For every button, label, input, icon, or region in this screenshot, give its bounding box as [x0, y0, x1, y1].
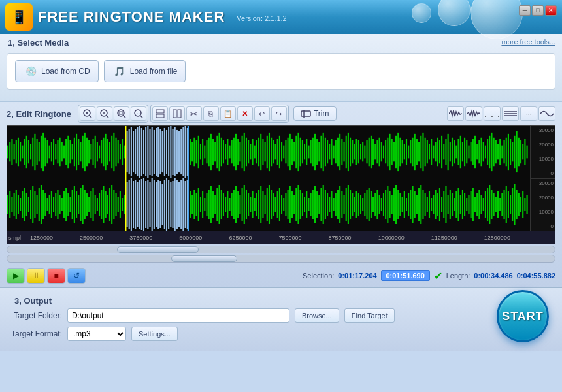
selection-end-input[interactable]	[381, 270, 430, 281]
svg-rect-427	[327, 193, 328, 216]
svg-rect-465	[406, 198, 407, 211]
delete-button[interactable]: ✕	[237, 106, 253, 121]
zoom-selection-button[interactable]	[114, 106, 129, 121]
svg-rect-193	[364, 146, 365, 159]
svg-rect-127	[227, 139, 228, 165]
browse-button[interactable]: Browse...	[295, 308, 339, 323]
zoom-fit-button[interactable]: ↔	[131, 106, 146, 121]
start-button[interactable]: START	[497, 290, 549, 342]
wave-view1-button[interactable]	[447, 106, 464, 121]
close-button[interactable]: ✕	[545, 5, 557, 16]
svg-rect-497	[472, 188, 474, 221]
svg-rect-416	[304, 197, 305, 212]
wave-view2-button[interactable]	[465, 106, 482, 121]
svg-line-12	[140, 116, 142, 118]
svg-rect-256	[495, 140, 497, 164]
zoom-out-button[interactable]	[97, 106, 112, 121]
restore-button[interactable]: □	[532, 5, 544, 16]
svg-rect-142	[258, 138, 259, 166]
svg-rect-486	[450, 190, 451, 219]
svg-rect-276	[11, 197, 12, 212]
svg-rect-325	[113, 190, 114, 219]
svg-rect-172	[320, 136, 322, 168]
ruler-1250k: 1250000	[30, 235, 53, 241]
svg-rect-301	[63, 191, 65, 218]
svg-rect-373	[214, 195, 216, 214]
more-tools-link[interactable]: more free tools...	[501, 38, 555, 46]
copy-button[interactable]: ⎘	[203, 106, 219, 121]
svg-rect-457	[389, 191, 390, 218]
paste-button[interactable]: 📋	[220, 106, 236, 121]
svg-rect-236	[454, 140, 455, 164]
svg-rect-391	[252, 191, 253, 218]
zoom-in-button[interactable]	[80, 106, 95, 121]
scale-top-0: 0	[551, 171, 554, 176]
svg-rect-36	[37, 139, 38, 165]
zoom-toolbar-group: ↔	[78, 105, 148, 123]
scrollbar-track-bottom[interactable]	[7, 255, 555, 263]
svg-rect-459	[393, 188, 395, 221]
svg-rect-519	[518, 193, 520, 216]
wave-view4-button[interactable]	[502, 106, 519, 121]
view2-button[interactable]	[169, 106, 185, 121]
wave-view3-button[interactable]: ⋮⋮⋮	[484, 106, 501, 121]
svg-rect-454	[383, 193, 384, 216]
redo-button[interactable]: ↪	[271, 106, 287, 121]
svg-rect-462	[399, 193, 401, 216]
svg-rect-203	[385, 140, 386, 164]
svg-rect-267	[518, 138, 520, 166]
find-target-button[interactable]: Find Target	[344, 308, 395, 323]
svg-rect-59	[84, 133, 86, 171]
svg-rect-517	[514, 184, 515, 225]
length-value: 0:00:34.486	[474, 272, 512, 280]
svg-rect-39	[42, 133, 44, 171]
load-file-button[interactable]: 🎵 Load from file	[104, 60, 186, 82]
undo-button[interactable]: ↩	[254, 106, 270, 121]
svg-rect-474	[425, 193, 426, 216]
svg-rect-333	[131, 178, 132, 231]
format-select[interactable]: .mp3 .wav .ogg .aac	[67, 327, 126, 341]
confirm-icon[interactable]: ✔	[434, 270, 442, 282]
svg-rect-425	[323, 185, 324, 224]
svg-rect-151	[277, 139, 278, 165]
svg-rect-385	[239, 195, 240, 214]
wave-view5-button[interactable]: ···	[520, 106, 537, 121]
timeline-ruler: smpl 1250000 2500000 3750000 5000000 625…	[7, 231, 555, 244]
minimize-button[interactable]: ─	[519, 5, 531, 16]
settings-button[interactable]: Settings...	[131, 327, 178, 341]
repeat-button[interactable]: ↺	[67, 268, 86, 284]
svg-rect-140	[254, 146, 256, 159]
svg-rect-406	[283, 198, 284, 211]
svg-rect-212	[404, 144, 405, 160]
scrollbar-track-top[interactable]	[7, 246, 555, 253]
svg-rect-60	[86, 138, 88, 166]
scrollbar-thumb-bottom[interactable]	[171, 255, 237, 262]
svg-rect-366	[200, 197, 201, 212]
length-label: Length:	[446, 272, 471, 280]
svg-rect-241	[464, 138, 465, 166]
svg-rect-27	[18, 138, 19, 166]
target-folder-input[interactable]	[67, 308, 289, 323]
svg-rect-515	[510, 195, 511, 214]
waveform-area[interactable]: 30000 20000 10000 0 30000 20000 10000 0 …	[7, 125, 555, 244]
svg-rect-29	[22, 146, 23, 159]
view1-button[interactable]	[152, 106, 168, 121]
svg-rect-240	[462, 142, 463, 162]
svg-rect-499	[476, 193, 478, 216]
scrollbar-thumb-top[interactable]	[117, 246, 199, 253]
play-button[interactable]: ▶	[7, 268, 25, 284]
svg-rect-501	[480, 195, 482, 214]
wave-view6-button[interactable]	[538, 106, 555, 121]
pause-button[interactable]: ⏸	[27, 268, 45, 284]
ruler-2500k: 2500000	[80, 235, 103, 241]
svg-rect-523	[527, 195, 528, 214]
svg-rect-24	[11, 139, 12, 165]
trim-button[interactable]: Trim	[293, 106, 337, 121]
stop-button[interactable]: ■	[47, 268, 65, 284]
svg-line-6	[107, 116, 108, 118]
svg-rect-384	[237, 191, 239, 218]
load-cd-button[interactable]: 💿 Load from CD	[15, 60, 99, 82]
svg-rect-47	[59, 138, 61, 166]
svg-rect-510	[499, 198, 501, 211]
cut-button[interactable]: ✂	[186, 106, 202, 121]
